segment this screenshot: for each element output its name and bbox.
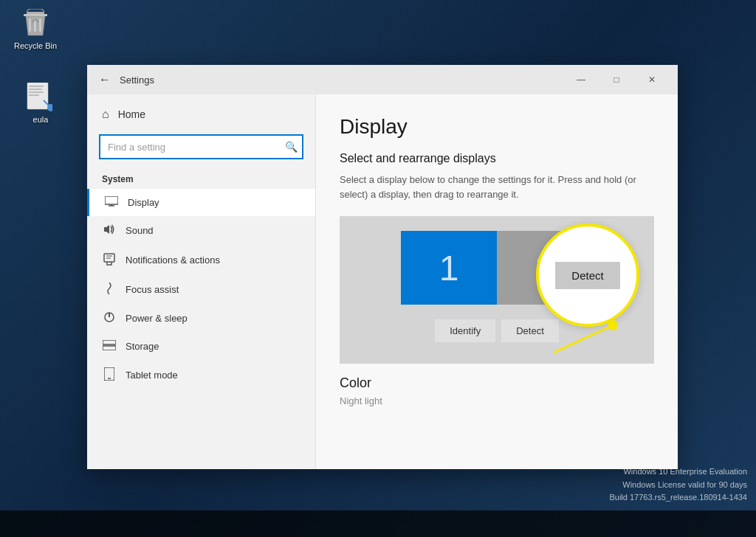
minimize-button[interactable]: — — [564, 68, 598, 91]
eula-label: eula — [33, 115, 49, 124]
display-buttons: Identify Detect — [435, 319, 559, 342]
sidebar: ⌂ Home 🔍 System Display — [87, 94, 316, 469]
sidebar-item-sound[interactable]: Sound — [87, 216, 315, 245]
power-icon — [102, 311, 117, 325]
sidebar-item-home[interactable]: ⌂ Home — [87, 100, 315, 128]
home-icon: ⌂ — [102, 108, 109, 121]
eula-image — [26, 83, 55, 112]
close-button[interactable]: ✕ — [635, 68, 669, 91]
build-line-1: Windows 10 Enterprise Evaluation — [609, 465, 747, 479]
svg-rect-19 — [103, 340, 116, 344]
recycle-bin-icon[interactable]: Recycle Bin — [6, 6, 65, 53]
storage-icon — [102, 340, 117, 353]
power-label: Power & sleep — [126, 313, 188, 324]
identify-button[interactable]: Identify — [435, 319, 495, 342]
focus-icon — [102, 283, 117, 297]
sidebar-item-notifications[interactable]: Notifications & actions — [87, 245, 315, 275]
window-controls: — □ ✕ — [564, 68, 669, 91]
night-light-label: Night light — [340, 395, 382, 406]
color-section-title: Color — [340, 375, 654, 391]
search-input[interactable] — [99, 134, 303, 159]
notifications-icon — [102, 252, 117, 268]
section-title: Select and rearrange displays — [340, 152, 654, 165]
sidebar-item-power[interactable]: Power & sleep — [87, 304, 315, 333]
window-title: Settings — [120, 75, 564, 86]
maximize-button[interactable]: □ — [599, 68, 633, 91]
home-label: Home — [118, 108, 145, 120]
tablet-label: Tablet mode — [126, 370, 178, 381]
svg-rect-0 — [27, 12, 44, 14]
monitor-1[interactable]: 1 — [401, 231, 497, 305]
storage-label: Storage — [126, 341, 159, 352]
back-button[interactable]: ← — [96, 71, 114, 89]
focus-label: Focus assist — [126, 284, 179, 295]
main-content: Display Select and rearrange displays Se… — [316, 94, 678, 469]
sidebar-item-storage[interactable]: Storage — [87, 333, 315, 360]
sound-label: Sound — [126, 225, 154, 236]
notifications-label: Notifications & actions — [126, 254, 220, 266]
svg-rect-6 — [29, 86, 44, 87]
desktop: Recycle Bin eula ← Settings — □ ✕ — [0, 0, 756, 537]
sidebar-item-focus[interactable]: Focus assist — [87, 275, 315, 304]
display-label: Display — [128, 197, 159, 208]
svg-line-23 — [554, 325, 613, 353]
page-title: Display — [340, 115, 654, 139]
svg-rect-1 — [24, 14, 47, 16]
window-body: ⌂ Home 🔍 System Display — [87, 94, 678, 469]
svg-rect-20 — [103, 346, 116, 350]
build-line-3: Build 17763.rs5_release.180914-1434 — [609, 491, 747, 505]
svg-rect-11 — [105, 196, 118, 204]
settings-window: ← Settings — □ ✕ ⌂ Home 🔍 System — [87, 65, 678, 469]
sidebar-item-tablet[interactable]: Tablet mode — [87, 360, 315, 390]
title-bar: ← Settings — □ ✕ — [87, 65, 678, 94]
sidebar-item-display[interactable]: Display — [87, 189, 315, 216]
section-desc: Select a display below to change the set… — [340, 173, 654, 201]
monitor-1-label: 1 — [439, 248, 459, 288]
eula-icon[interactable]: eula — [11, 80, 70, 127]
recycle-bin-label: Recycle Bin — [14, 41, 57, 50]
system-section-title: System — [87, 168, 315, 189]
svg-rect-2 — [29, 18, 31, 32]
detect-callout: Detect — [536, 224, 639, 327]
recycle-bin-image — [21, 9, 50, 38]
build-line-2: Windows License valid for 90 days — [609, 479, 747, 492]
tablet-icon — [102, 367, 117, 383]
svg-rect-9 — [29, 94, 39, 96]
svg-rect-4 — [39, 18, 41, 32]
svg-rect-8 — [29, 91, 44, 93]
detect-callout-button[interactable]: Detect — [555, 262, 619, 289]
search-box: 🔍 — [99, 134, 303, 159]
display-area: Detect 1 2 — [340, 216, 654, 364]
taskbar[interactable] — [0, 510, 756, 537]
search-icon: 🔍 — [285, 141, 298, 153]
detect-button[interactable]: Detect — [501, 319, 559, 342]
display-icon — [104, 196, 119, 209]
build-info: Windows 10 Enterprise Evaluation Windows… — [609, 465, 747, 505]
sound-icon — [102, 224, 117, 238]
svg-rect-7 — [29, 89, 42, 90]
